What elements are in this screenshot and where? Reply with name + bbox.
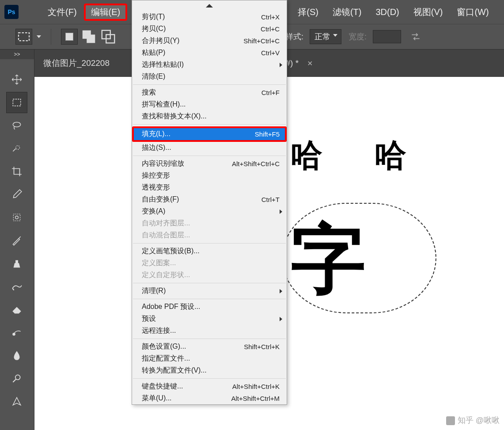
document-filename-left[interactable]: 微信图片_202208 — [43, 57, 110, 69]
menu-3d[interactable]: 3D(D) — [368, 4, 406, 20]
menu-separator — [133, 124, 286, 125]
menu-shortcut: Ctrl+V — [261, 49, 280, 57]
crop-tool[interactable] — [6, 161, 27, 182]
menu-item-剪切T[interactable]: 剪切(T)Ctrl+X — [132, 11, 287, 23]
menu-item-label: 合并拷贝(Y) — [142, 36, 179, 46]
menu-item-菜单U[interactable]: 菜单(U)...Alt+Shift+Ctrl+M — [132, 392, 287, 404]
submenu-arrow-icon — [280, 63, 282, 67]
menu-item-自动对齐图层: 自动对齐图层... — [132, 217, 287, 229]
menu-shortcut: Ctrl+C — [261, 25, 280, 33]
sidebar-expand[interactable]: >> — [0, 49, 34, 59]
menu-edit[interactable]: 编辑(E) — [84, 4, 128, 21]
separator — [51, 29, 51, 45]
menu-item-label: 拼写检查(H)... — [142, 100, 186, 109]
menu-item-透视变形[interactable]: 透视变形 — [132, 182, 287, 194]
menu-item-自由变换F[interactable]: 自由变换(F)Ctrl+T — [132, 194, 287, 205]
menu-window[interactable]: 窗口(W) — [450, 4, 496, 21]
menu-item-label: 拷贝(C) — [142, 24, 166, 34]
menu-item-清理R[interactable]: 清理(R) — [132, 285, 287, 297]
menu-item-拷贝C[interactable]: 拷贝(C)Ctrl+C — [132, 23, 287, 35]
menu-item-label: 颜色设置(G)... — [142, 342, 186, 351]
menu-item-label: 透视变形 — [142, 183, 170, 192]
menu-item-转换为配置文件V[interactable]: 转换为配置文件(V)... — [132, 365, 287, 377]
menu-shortcut: Alt+Shift+Ctrl+M — [231, 395, 280, 402]
photoshop-icon: Ps — [4, 5, 19, 19]
menu-item-搜索[interactable]: 搜索Ctrl+F — [132, 87, 287, 99]
menu-item-合并拷贝Y[interactable]: 合并拷贝(Y)Shift+Ctrl+C — [132, 35, 287, 47]
active-tool-indicator[interactable] — [15, 29, 32, 45]
move-tool[interactable] — [6, 69, 27, 90]
menu-item-label: 键盘快捷键... — [142, 382, 183, 391]
menu-item-label: 自由变换(F) — [142, 195, 179, 204]
menu-item-label: 内容识别缩放 — [142, 159, 184, 168]
menu-item-填充L[interactable]: 填充(L)...Shift+F5 — [132, 126, 287, 142]
gradient-tool[interactable] — [6, 322, 27, 343]
menu-item-内容识别缩放[interactable]: 内容识别缩放Alt+Shift+Ctrl+C — [132, 158, 287, 170]
marquee-tool[interactable] — [6, 92, 27, 113]
selection-new-icon[interactable] — [61, 29, 78, 45]
menu-view[interactable]: 视图(V) — [406, 4, 450, 21]
menu-item-定义自定形状: 定义自定形状... — [132, 269, 287, 281]
menu-shortcut: Shift+Ctrl+C — [243, 37, 280, 45]
menu-separator — [133, 378, 286, 379]
menu-item-查找和替换文本X[interactable]: 查找和替换文本(X)... — [132, 110, 287, 122]
menu-item-描边S[interactable]: 描边(S)... — [132, 142, 287, 154]
blur-tool[interactable] — [6, 345, 27, 366]
menu-item-label: 描边(S)... — [142, 143, 171, 152]
menu-item-操控变形[interactable]: 操控变形 — [132, 170, 287, 182]
submenu-arrow-icon — [280, 317, 282, 321]
menu-filter[interactable]: 滤镜(T) — [326, 4, 369, 21]
svg-rect-2 — [87, 34, 95, 43]
menu-shortcut: Shift+F5 — [255, 130, 280, 138]
menu-item-粘贴P[interactable]: 粘贴(P)Ctrl+V — [132, 47, 287, 59]
menu-item-预设[interactable]: 预设 — [132, 313, 287, 325]
menu-shortcut: Ctrl+F — [261, 89, 280, 96]
selection-subtract-icon[interactable] — [100, 29, 117, 45]
brush-tool[interactable] — [6, 230, 27, 251]
svg-rect-0 — [19, 33, 29, 41]
style-label: 样式: — [285, 31, 303, 42]
menu-item-远程连接[interactable]: 远程连接... — [132, 325, 287, 337]
menu-separator — [133, 243, 286, 244]
menu-shortcut: Alt+Shift+Ctrl+K — [232, 383, 280, 390]
submenu-arrow-icon — [280, 289, 282, 293]
svg-point-7 — [16, 146, 20, 150]
pen-tool[interactable] — [6, 391, 27, 412]
menu-item-label: 转换为配置文件(V)... — [142, 366, 207, 375]
tool-dropdown-caret[interactable] — [37, 35, 41, 38]
menu-item-键盘快捷键[interactable]: 键盘快捷键...Alt+Shift+Ctrl+K — [132, 381, 287, 392]
dodge-tool[interactable] — [6, 368, 27, 389]
menu-item-颜色设置G[interactable]: 颜色设置(G)...Shift+Ctrl+K — [132, 341, 287, 353]
menu-shortcut: Alt+Shift+Ctrl+C — [232, 160, 280, 167]
close-tab-button[interactable]: × — [307, 58, 313, 68]
marquee-icon — [16, 29, 32, 45]
submenu-arrow-icon — [280, 209, 282, 214]
menu-item-变换A[interactable]: 变换(A) — [132, 205, 287, 217]
menu-item-拼写检查H[interactable]: 拼写检查(H)... — [132, 99, 287, 110]
watermark: 知乎 @啾啾 — [446, 415, 500, 426]
svg-point-10 — [12, 333, 15, 336]
toolbox — [6, 69, 28, 414]
menu-shortcut: Ctrl+T — [261, 196, 280, 203]
menu-select-partial[interactable]: 择(S) — [291, 4, 326, 21]
menu-item-Adobe-PDF-预设[interactable]: Adobe PDF 预设... — [132, 301, 287, 313]
lasso-tool[interactable] — [6, 115, 27, 136]
patch-tool[interactable] — [6, 207, 27, 228]
eraser-tool[interactable] — [6, 299, 27, 320]
scroll-up-arrow[interactable] — [132, 0, 287, 11]
history-brush-tool[interactable] — [6, 276, 27, 297]
eyedropper-tool[interactable] — [6, 184, 27, 205]
swap-icon[interactable] — [410, 31, 421, 42]
menu-item-清除E[interactable]: 清除(E) — [132, 71, 287, 83]
style-select[interactable]: 正常 — [310, 29, 341, 44]
menu-file[interactable]: 文件(F) — [41, 4, 84, 21]
clone-stamp-tool[interactable] — [6, 253, 27, 274]
selection-add-icon[interactable] — [80, 29, 97, 45]
width-input[interactable] — [373, 30, 401, 43]
quick-select-tool[interactable] — [6, 138, 27, 159]
menu-item-选择性粘贴I[interactable]: 选择性粘贴(I) — [132, 59, 287, 71]
menu-item-指定配置文件[interactable]: 指定配置文件... — [132, 353, 287, 365]
menu-item-定义图案: 定义图案... — [132, 257, 287, 269]
menu-item-定义画笔预设B[interactable]: 定义画笔预设(B)... — [132, 245, 287, 257]
menu-item-label: 指定配置文件... — [142, 354, 190, 363]
